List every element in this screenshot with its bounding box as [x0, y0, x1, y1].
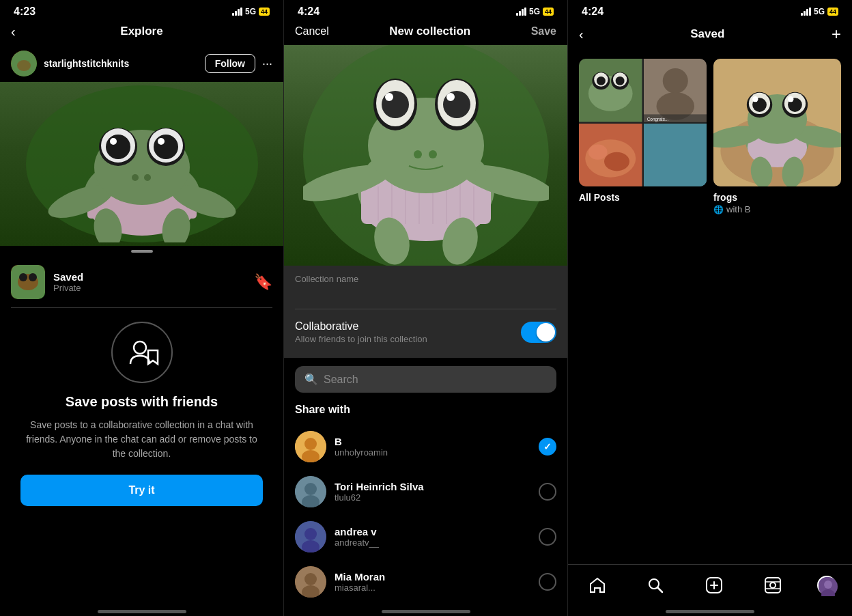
- select-circle-andrea[interactable]: [539, 528, 556, 546]
- mosaic-cell-3: [579, 124, 642, 187]
- svg-point-16: [158, 138, 165, 145]
- collection-frogs[interactable]: frogs 🌐 with B: [713, 59, 841, 214]
- friend-username-mia: miasaral...: [335, 583, 530, 593]
- search-bar[interactable]: 🔍 Search: [295, 366, 556, 393]
- svg-point-18: [144, 174, 151, 181]
- left-phone: 4:23 5G 44 ‹ Explore starlightstitchknit…: [0, 0, 284, 616]
- svg-point-60: [304, 528, 317, 540]
- friend-name-tori: Tori Heinrich Silva: [335, 481, 530, 492]
- person-bookmark-icon: [125, 335, 159, 369]
- friend-row[interactable]: andrea v andreatv__: [284, 514, 567, 559]
- all-posts-mosaic: Congrats...: [579, 59, 707, 186]
- battery-middle: 44: [543, 8, 554, 16]
- friend-row[interactable]: Tori Heinrich Silva tlulu62: [284, 469, 567, 514]
- toggle-knob: [537, 323, 555, 341]
- svg-point-47: [385, 93, 393, 101]
- saved-title: Saved: [53, 271, 246, 283]
- home-indicator-left: [0, 604, 283, 616]
- collection-all-posts[interactable]: Congrats...: [579, 59, 707, 214]
- nav-home[interactable]: [584, 572, 611, 599]
- svg-point-15: [110, 138, 117, 145]
- mosaic-cell-1: [579, 59, 642, 122]
- svg-point-24: [29, 273, 37, 281]
- frog-illustration-middle: [303, 45, 549, 266]
- collection-label-all-posts: All Posts: [579, 192, 707, 203]
- network-middle: 5G: [529, 7, 540, 16]
- mosaic-cell-4: [644, 124, 707, 187]
- spacer: [568, 223, 852, 564]
- feature-icon-circle: [111, 322, 173, 383]
- bookmark-icon: 🔖: [254, 273, 272, 291]
- status-icons-left: 5G 44: [232, 7, 270, 16]
- bar4: [240, 8, 242, 16]
- saved-info: Saved Private: [53, 271, 246, 293]
- middle-header: Cancel New collection Save: [284, 20, 567, 45]
- back-button-left[interactable]: ‹: [11, 24, 16, 40]
- friend-row[interactable]: B unholyroamin ✓: [284, 424, 567, 469]
- friend-username-andrea: andreatv__: [335, 537, 530, 548]
- friend-username-b: unholyroamin: [335, 447, 530, 458]
- select-circle-tori[interactable]: [539, 483, 556, 501]
- bar3: [238, 9, 240, 16]
- collaborative-info: Collaborative Allow friends to join this…: [295, 320, 521, 344]
- time-middle: 4:24: [298, 5, 320, 18]
- svg-point-72: [616, 76, 625, 85]
- network-right: 5G: [814, 7, 825, 16]
- friend-avatar-b: [295, 431, 326, 462]
- friend-username-tori: tlulu62: [335, 492, 530, 503]
- follow-button[interactable]: Follow: [205, 54, 255, 73]
- save-button[interactable]: Save: [531, 25, 556, 38]
- signal-middle: [516, 8, 526, 16]
- time-left: 4:23: [14, 5, 36, 18]
- collection-label-frogs: frogs: [713, 192, 841, 203]
- select-circle-mia[interactable]: [539, 573, 556, 591]
- home-indicator-right: [568, 604, 852, 616]
- friend-avatar-andrea: [295, 521, 326, 552]
- frog-image-middle: [284, 45, 567, 266]
- nav-create[interactable]: [700, 572, 728, 599]
- try-it-button[interactable]: Try it: [20, 475, 263, 506]
- nav-profile[interactable]: [817, 576, 836, 595]
- friend-info-b: B unholyroamin: [335, 436, 530, 458]
- svg-point-17: [132, 174, 139, 181]
- feature-description: Save posts to a collaborative collection…: [20, 418, 263, 461]
- cancel-button[interactable]: Cancel: [295, 25, 329, 38]
- svg-point-14: [154, 135, 178, 159]
- nav-search[interactable]: [642, 572, 669, 599]
- user-avatar[interactable]: [11, 51, 37, 76]
- svg-point-80: [588, 144, 608, 159]
- status-bar-left: 4:23 5G 44: [0, 0, 283, 20]
- select-circle-b[interactable]: ✓: [539, 438, 556, 456]
- friend-row[interactable]: Mia Moran miasaral...: [284, 559, 567, 604]
- collection-form: Collection name Collaborative Allow frie…: [284, 266, 567, 358]
- search-icon: 🔍: [304, 373, 318, 386]
- saved-row[interactable]: Saved Private 🔖: [0, 257, 283, 307]
- home-indicator-middle: [284, 604, 567, 616]
- right-header: ‹ Saved +: [568, 20, 852, 51]
- collaborative-toggle[interactable]: [521, 322, 556, 343]
- frog-image-left: [0, 82, 283, 246]
- nav-reels[interactable]: [759, 572, 786, 599]
- plus-button[interactable]: +: [832, 25, 841, 44]
- username[interactable]: starlightstitchknits: [44, 58, 198, 69]
- top-nav-left: ‹ Explore: [0, 20, 283, 45]
- saved-page-title: Saved: [690, 27, 724, 41]
- more-button[interactable]: ···: [262, 57, 272, 71]
- friend-name-b: B: [335, 436, 530, 447]
- bottom-nav: [568, 564, 852, 604]
- friend-avatar-mia: [295, 566, 326, 598]
- network-left: 5G: [245, 7, 256, 16]
- svg-point-25: [134, 341, 146, 354]
- svg-point-50: [429, 150, 437, 158]
- battery-right: 44: [827, 8, 838, 16]
- globe-icon: 🌐: [713, 205, 724, 214]
- status-icons-right: 5G 44: [801, 7, 838, 16]
- collection-name-input[interactable]: [295, 288, 556, 309]
- svg-point-107: [770, 583, 776, 588]
- friend-avatar-tori: [295, 476, 326, 507]
- svg-point-74: [662, 68, 687, 94]
- svg-rect-83: [644, 124, 707, 187]
- friend-info-andrea: andrea v andreatv__: [335, 526, 530, 548]
- user-row: starlightstitchknits Follow ···: [0, 45, 283, 82]
- back-button-right[interactable]: ‹: [579, 27, 584, 42]
